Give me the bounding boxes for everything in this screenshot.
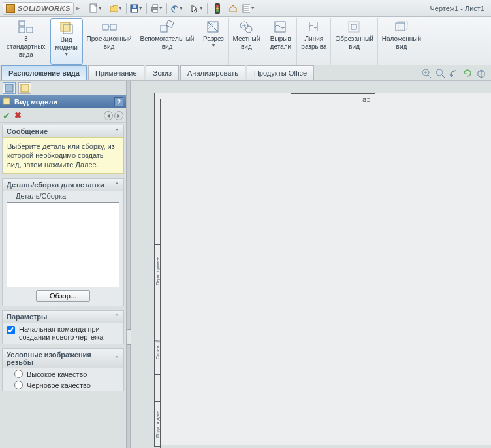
folder-open-icon <box>110 4 118 13</box>
panel-tab-feature[interactable] <box>3 82 16 94</box>
radio-label: Высокое качество <box>27 370 87 378</box>
ribbon-crop[interactable]: Обрезанный вид <box>331 18 377 65</box>
sheet-frame <box>160 99 491 448</box>
house-icon <box>229 4 238 13</box>
ribbon-alternate[interactable]: Наложенный вид <box>378 18 425 65</box>
ribbon-breakout[interactable]: Вырыв детали <box>264 18 297 65</box>
radio-label: Черновое качество <box>27 381 91 389</box>
section-icon <box>206 20 221 33</box>
message-text: Выберите деталь или сборку, из которой н… <box>3 137 123 174</box>
ribbon-label: Наложенный вид <box>382 35 421 51</box>
side-frame-2: Справ. № <box>154 323 161 375</box>
tab-evaluate[interactable]: Анализировать <box>180 65 246 80</box>
app-logo: SOLIDWORKS <box>3 2 74 15</box>
start-command-checkbox[interactable]: Начальная команда при создании нового че… <box>3 323 123 344</box>
undo-icon <box>170 4 178 13</box>
chevron-down-icon: ▼ <box>64 52 69 56</box>
tab-office[interactable]: Продукты Office <box>247 65 314 80</box>
ribbon-model-view[interactable]: Вид модели ▼ <box>50 18 83 65</box>
cancel-button[interactable]: ✖ <box>14 110 22 120</box>
display-style-button[interactable] <box>475 67 487 79</box>
command-tabs: Расположение вида Примечание Эскиз Анали… <box>0 65 491 81</box>
section-title: Условные изображения резьбы <box>7 351 114 366</box>
traffic-icon <box>215 3 220 14</box>
message-section: Сообщение⌃ Выберите деталь или сборку, и… <box>2 125 124 174</box>
prev-view-button[interactable] <box>448 67 460 79</box>
ribbon-section[interactable]: Разрез ▼ <box>198 18 229 65</box>
new-file-button[interactable]: ▼ <box>89 2 103 15</box>
undo-button[interactable]: ▼ <box>170 2 184 15</box>
detail-view-icon <box>239 20 253 33</box>
ribbon-label: 3 стандартных вида <box>7 35 46 59</box>
svg-point-10 <box>216 10 219 12</box>
tab-view-layout[interactable]: Расположение вида <box>1 65 87 80</box>
chevron-right-icon[interactable]: ▶ <box>76 6 80 11</box>
save-button[interactable]: ▼ <box>129 2 144 15</box>
thread-section: Условные изображения резьбы⌃ Высокое кач… <box>2 348 124 391</box>
checkbox-input[interactable] <box>7 326 15 334</box>
svg-rect-34 <box>21 84 29 92</box>
part-listbox[interactable] <box>7 202 119 287</box>
title-block-label: СВ <box>362 97 371 103</box>
select-button[interactable]: ▼ <box>190 2 204 15</box>
pm-title: Вид модели <box>14 98 57 106</box>
crop-view-icon <box>347 20 362 33</box>
breakout-icon <box>274 20 288 33</box>
save-icon <box>130 4 138 13</box>
ribbon-auxiliary[interactable]: Вспомогательный вид <box>136 18 199 65</box>
zoom-area-button[interactable] <box>434 67 446 79</box>
help-button[interactable]: ? <box>114 97 123 106</box>
property-icon <box>20 84 29 93</box>
side-text: Справ. № <box>155 323 160 374</box>
traffic-button[interactable] <box>210 2 225 15</box>
svg-point-26 <box>246 26 252 33</box>
quick-access-toolbar: ▼ ▼ ▼ ▼ ▼ ▼ <box>89 2 256 15</box>
collapse-icon[interactable]: ⌃ <box>114 182 119 188</box>
ribbon-detail[interactable]: Местный вид <box>229 18 264 65</box>
tab-annotation[interactable]: Примечание <box>88 65 144 80</box>
zoom-fit-button[interactable] <box>420 67 432 79</box>
svg-point-32 <box>436 69 443 76</box>
ribbon-std-views[interactable]: 3 стандартных вида <box>3 18 50 65</box>
svg-rect-17 <box>27 27 33 33</box>
draft-quality-radio[interactable]: Черновое качество <box>3 379 123 391</box>
svg-rect-20 <box>103 24 108 30</box>
drawing-canvas[interactable]: СВ Перв. примен. Справ. № Подп. и дата <box>131 81 491 448</box>
refresh-button[interactable] <box>462 67 473 79</box>
ribbon-label: Проекционный вид <box>87 35 132 51</box>
high-quality-radio[interactable]: Высокое качество <box>3 368 123 379</box>
options-button[interactable]: ▼ <box>242 2 256 15</box>
side-text: Перв. примен. <box>155 245 160 296</box>
ribbon-label: Вид модели <box>55 36 78 52</box>
ribbon: 3 стандартных вида Вид модели ▼ Проекцио… <box>0 17 491 65</box>
radio-input[interactable] <box>14 370 23 378</box>
list-icon <box>242 4 250 13</box>
next-page-button[interactable]: ► <box>114 111 123 120</box>
part-sub-label: Деталь/Сборка <box>3 191 123 200</box>
collapse-icon[interactable]: ⌃ <box>114 355 119 362</box>
ribbon-projected[interactable]: Проекционный вид <box>83 18 136 65</box>
refresh-icon <box>462 68 473 78</box>
ribbon-label: Обрезанный вид <box>335 35 373 51</box>
browse-button[interactable]: Обзор... <box>36 290 90 302</box>
ok-button[interactable]: ✔ <box>3 110 10 121</box>
feature-manager-panel: Вид модели ? ✔ ✖ ◄ ► Сообщение⌃ Выберите… <box>0 81 127 448</box>
svg-rect-18 <box>61 22 70 31</box>
radio-input[interactable] <box>14 381 23 389</box>
prev-page-button[interactable]: ◄ <box>104 111 113 120</box>
tab-label: Продукты Office <box>254 69 307 77</box>
ribbon-label: Вспомогательный вид <box>140 35 195 51</box>
collapse-icon[interactable]: ⌃ <box>114 128 119 135</box>
print-button[interactable]: ▼ <box>150 2 164 15</box>
svg-rect-22 <box>161 25 167 32</box>
svg-rect-3 <box>133 5 136 8</box>
params-section: Параметры⌃ Начальная команда при создани… <box>2 310 124 344</box>
open-file-button[interactable]: ▼ <box>109 2 123 15</box>
svg-point-9 <box>216 7 219 10</box>
app-name: SOLIDWORKS <box>18 5 71 12</box>
panel-tab-property[interactable] <box>18 82 31 94</box>
tab-sketch[interactable]: Эскиз <box>146 65 179 80</box>
rebuild-button[interactable] <box>226 2 240 15</box>
ribbon-breakline[interactable]: Линия разрыва <box>297 18 331 65</box>
collapse-icon[interactable]: ⌃ <box>114 313 119 320</box>
